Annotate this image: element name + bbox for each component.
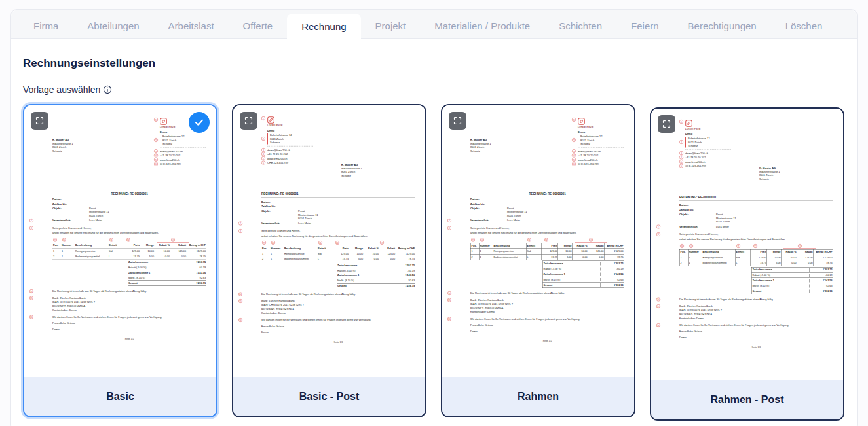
tab-offerte[interactable]: Offerte <box>229 14 288 38</box>
table-annotations: 9 10 11 12 13 <box>52 238 206 243</box>
fullscreen-button[interactable] <box>449 112 466 130</box>
annotation-logo-badge: 1 <box>679 120 683 124</box>
payment-note: 14Die Rechnung ist innerhalb von 30 Tage… <box>261 293 415 296</box>
expand-icon <box>35 116 44 125</box>
invoice-totals: Zwischensumme1'203.75Rabatt (-5.00 %)-60… <box>751 267 833 294</box>
tab-materialien-produkte[interactable]: Materialien / Produkte <box>420 14 544 38</box>
company-phone: +41 78 20 20 202 <box>160 154 180 158</box>
annotation-col-rabatt-badge: 13 <box>171 238 175 242</box>
invoice-sender-block: 1LOREM IPSUM Demo 2Bahnhofstrasse 128021… <box>679 120 735 168</box>
company-uid: CHE-123.456.789 <box>267 161 288 165</box>
annotation-col-rabatt-badge: 13 <box>380 241 384 245</box>
logo-text: LOREM IPSUM <box>685 128 700 130</box>
company-uid: CHE-123.456.789 <box>578 162 599 166</box>
payment-note: 14Die Rechnung ist innerhalb von 30 Tage… <box>470 291 624 295</box>
tab-berechtigungen[interactable]: Berechtigungen <box>673 14 771 38</box>
annotation-greeting-badge: 8 <box>656 232 660 236</box>
invoice-paper-frame-post: 1LOREM IPSUM Demo 2Bahnhofstrasse 128021… <box>651 109 843 380</box>
template-name-footer: Rahmen <box>442 377 634 416</box>
fullscreen-button[interactable] <box>31 112 48 130</box>
annotation-col-einheit-badge: 11 <box>527 238 531 242</box>
annotation-email-badge: 3 <box>572 149 576 153</box>
annotation-col-preis-badge: 12 <box>544 238 548 242</box>
annotation-col-pos-badge: 9 <box>53 238 57 242</box>
invoice-sender-block: 1LOREM IPSUM Demo 2Bahnhofstrasse 128021… <box>261 116 317 165</box>
annotation-email-badge: 3 <box>154 149 158 153</box>
invoice-page-number: Seite 1/2 <box>52 337 206 340</box>
invoice-items-table: Pos.NummerBeschreibungEinheitPreisMengeR… <box>679 249 833 266</box>
company-address: Bahnhofstrasse 128021 ZürichSchweiz <box>578 135 602 146</box>
tab-rechnung[interactable]: Rechnung <box>287 14 360 39</box>
template-card-basic-post[interactable]: 1LOREM IPSUM Demo 2Bahnhofstrasse 128021… <box>232 104 426 417</box>
invoice-salutation: 8 Sehr geehrte Damen und Herren,anbei er… <box>261 229 415 238</box>
annotation-closing-badge: 16 <box>656 323 660 327</box>
invoice-totals: Zwischensumme1'203.75Rabatt (-5.00 %)-60… <box>337 263 415 289</box>
fullscreen-button[interactable] <box>240 112 257 130</box>
invoice-title: RECHNUNG: RE-00000001 <box>470 192 624 196</box>
tab-löschen[interactable]: Löschen <box>771 14 837 38</box>
divider <box>578 147 624 148</box>
tab-abteilungen[interactable]: Abteilungen <box>73 14 153 38</box>
annotation-responsible-badge: 7 <box>29 219 33 222</box>
company-website: www.firma200.ch <box>685 160 705 164</box>
annotation-col-einheit-badge: 11 <box>318 241 322 245</box>
company-address: Bahnhofstrasse 128021 ZürichSchweiz <box>160 135 184 146</box>
annotation-payment-badge: 14 <box>656 298 660 302</box>
annotation-phone-badge: 4 <box>261 152 265 156</box>
annotation-website-badge: 5 <box>572 158 576 162</box>
invoice-salutation: 8 Sehr geehrte Damen und Herren,anbei er… <box>470 226 624 234</box>
annotation-payment-badge: 14 <box>29 289 33 293</box>
settings-panel: FirmaAbteilungenArbeitslastOfferteRechnu… <box>10 9 858 426</box>
info-icon[interactable] <box>103 85 112 94</box>
annotation-closing-badge: 16 <box>447 317 451 321</box>
tab-arbeitslast[interactable]: Arbeitslast <box>154 14 229 38</box>
divider <box>685 149 731 150</box>
company-email: demo@firma200.ch <box>685 151 708 155</box>
invoice-title: RECHNUNG: RE-00000001 <box>52 192 206 196</box>
template-card-list: 1LOREM IPSUM Demo 2Bahnhofstrasse 128021… <box>23 104 845 417</box>
company-website: www.firma200.ch <box>578 158 597 162</box>
annotation-col-preis-badge: 12 <box>126 238 130 242</box>
annotation-greeting-badge: 8 <box>447 226 451 230</box>
invoice-title: RECHNUNG: RE-00000001 <box>261 192 415 196</box>
company-email: demo@firma200.ch <box>267 148 290 152</box>
template-card-rahmen[interactable]: 1LOREM IPSUM Demo 2Bahnhofstrasse 128021… <box>441 104 635 417</box>
divider <box>160 147 206 148</box>
company-email: demo@firma200.ch <box>578 149 601 153</box>
annotation-col-pos-badge: 9 <box>471 238 475 242</box>
expand-icon <box>662 120 671 128</box>
annotation-bank-badge: 15 <box>238 299 242 303</box>
invoice-items-table: Pos.NummerBeschreibungEinheitPreisMengeR… <box>470 243 624 260</box>
expand-icon <box>244 116 253 125</box>
template-card-basic[interactable]: 1LOREM IPSUM Demo 2Bahnhofstrasse 128021… <box>23 104 217 417</box>
invoice-preview-rahmen: 1LOREM IPSUM Demo 2Bahnhofstrasse 128021… <box>442 105 634 377</box>
tab-firma[interactable]: Firma <box>19 14 73 38</box>
company-website: www.firma200.ch <box>267 156 287 160</box>
company-phone: +41 78 20 20 202 <box>578 154 598 158</box>
expand-icon <box>453 116 462 125</box>
annotation-col-nummer-badge: 10 <box>480 238 484 242</box>
invoice-preview-basic: 1LOREM IPSUM Demo 2Bahnhofstrasse 128021… <box>24 105 216 377</box>
check-icon <box>194 117 204 128</box>
annotation-payment-badge: 14 <box>238 293 242 296</box>
annotation-website-badge: 5 <box>154 158 158 162</box>
settings-tab-bar: FirmaAbteilungenArbeitslastOfferteRechnu… <box>11 10 857 39</box>
annotation-closing-badge: 16 <box>238 318 242 322</box>
template-card-rahmen-post[interactable]: 1LOREM IPSUM Demo 2Bahnhofstrasse 128021… <box>650 107 844 421</box>
tab-schichten[interactable]: Schichten <box>544 14 616 38</box>
template-name-label: Basic - Post <box>299 391 360 402</box>
tab-projekt[interactable]: Projekt <box>361 14 421 38</box>
template-section-label-text: Vorlage auswählen <box>23 84 100 95</box>
invoice-paper-basic: 1LOREM IPSUM Demo 2Bahnhofstrasse 128021… <box>24 105 216 377</box>
template-name-label: Rahmen <box>518 391 559 402</box>
company-email: demo@firma200.ch <box>160 149 183 153</box>
company-logo-icon <box>267 116 274 124</box>
annotation-logo-badge: 1 <box>572 118 576 122</box>
invoice-page-number: Seite 1/2 <box>261 340 415 344</box>
table-annotations: 9 10 11 12 13 <box>679 244 833 249</box>
tab-feiern[interactable]: Feiern <box>616 14 673 38</box>
fullscreen-button[interactable] <box>658 115 675 133</box>
annotation-phone-badge: 4 <box>572 154 576 158</box>
annotation-col-preis-badge: 12 <box>753 244 757 248</box>
bank-details: 15Bank: Zürcher KantonalbankIBAN: CH93 0… <box>470 298 624 314</box>
